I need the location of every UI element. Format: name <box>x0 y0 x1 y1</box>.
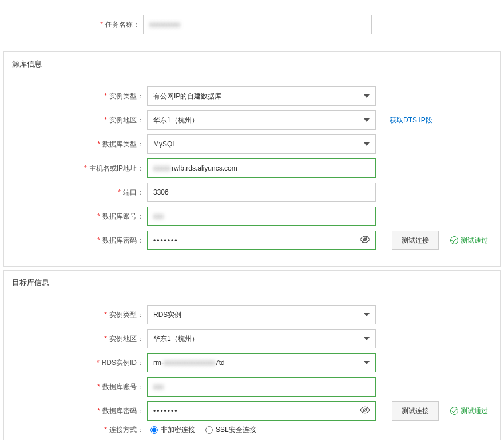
target-region-value: 华东1（杭州） <box>153 334 199 344</box>
source-instance-type-select[interactable]: 有公网IP的自建数据库 <box>147 86 376 106</box>
source-account-input[interactable]: xxx <box>147 207 376 226</box>
conn-mode-radio-group: 非加密连接 SSL安全连接 <box>147 425 256 435</box>
source-test-status: 测试通过 <box>450 236 488 245</box>
caret-down-icon <box>364 142 370 146</box>
task-name-value: xxxxxxxxx <box>149 21 180 29</box>
source-region-value: 华东1（杭州） <box>153 116 199 125</box>
source-port-input[interactable] <box>147 183 376 202</box>
target-section-title: 目标库信息 <box>4 271 500 295</box>
source-host-suffix: rwlb.rds.aliyuncs.com <box>172 164 237 172</box>
target-password-dots: ••••••• <box>153 407 178 415</box>
target-password-label: *数据库密码： <box>4 406 147 416</box>
source-region-row: *实例地区： 华东1（杭州） 获取DTS IP段 <box>4 110 500 130</box>
target-account-value: xxx <box>153 383 164 391</box>
dts-ip-link[interactable]: 获取DTS IP段 <box>390 116 432 125</box>
source-password-label: *数据库密码： <box>4 236 147 245</box>
target-region-label: *实例地区： <box>4 334 147 344</box>
task-name-label: *任务名称： <box>0 20 143 30</box>
source-db-type-label: *数据库类型： <box>4 140 147 149</box>
target-password-input[interactable]: ••••••• <box>147 401 376 421</box>
source-port-label: *端口： <box>4 188 147 197</box>
target-conn-mode-row: *连接方式： 非加密连接 SSL安全连接 <box>4 425 500 435</box>
conn-mode-radio-plain[interactable] <box>150 426 158 434</box>
source-account-row: *数据库账号： xxx <box>4 207 500 226</box>
target-conn-mode-label: *连接方式： <box>4 425 147 435</box>
target-region-row: *实例地区： 华东1（杭州） <box>4 329 500 348</box>
check-circle-icon <box>450 407 458 415</box>
caret-down-icon <box>364 337 370 340</box>
caret-down-icon <box>364 94 370 98</box>
caret-down-icon <box>364 118 370 122</box>
source-password-row: *数据库密码： ••••••• 测试连接 测试通过 <box>4 231 500 250</box>
source-instance-type-row: *实例类型： 有公网IP的自建数据库 <box>4 86 500 106</box>
caret-down-icon <box>364 313 370 316</box>
conn-mode-option-ssl[interactable]: SSL安全连接 <box>205 425 256 435</box>
target-region-select[interactable]: 华东1（杭州） <box>147 329 376 348</box>
target-test-connection-button[interactable]: 测试连接 <box>392 401 439 421</box>
task-name-label-text: 任务名称： <box>105 21 140 29</box>
source-db-type-row: *数据库类型： MySQL <box>4 134 500 154</box>
conn-mode-radio-ssl[interactable] <box>205 426 213 434</box>
target-instance-type-value: RDS实例 <box>153 310 181 320</box>
source-region-label: *实例地区： <box>4 116 147 125</box>
source-section-title: 源库信息 <box>4 52 500 76</box>
source-password-input[interactable]: ••••••• <box>147 231 376 250</box>
source-section: 源库信息 *实例类型： 有公网IP的自建数据库 *实例地区： 华东1（杭州） 获… <box>3 51 501 267</box>
target-rds-id-label: *RDS实例ID： <box>4 358 147 368</box>
target-test-status: 测试通过 <box>450 406 488 416</box>
target-instance-type-row: *实例类型： RDS实例 <box>4 305 500 324</box>
source-test-connection-button[interactable]: 测试连接 <box>392 231 439 250</box>
target-rds-id-select[interactable]: rm-xxxxxxxxxxxxxxx7td <box>147 353 376 372</box>
task-name-input[interactable]: xxxxxxxxx <box>143 15 372 34</box>
source-password-dots: ••••••• <box>153 236 178 244</box>
conn-mode-option-plain[interactable]: 非加密连接 <box>150 425 195 435</box>
target-test-ok-text: 测试通过 <box>461 406 488 416</box>
eye-icon[interactable] <box>360 236 370 245</box>
source-region-select[interactable]: 华东1（杭州） <box>147 110 376 130</box>
check-circle-icon <box>450 236 458 244</box>
conn-mode-opt2-label: SSL安全连接 <box>216 425 256 435</box>
source-test-ok-text: 测试通过 <box>461 236 488 245</box>
source-instance-type-label: *实例类型： <box>4 92 147 101</box>
target-rds-id-value: rm-xxxxxxxxxxxxxxx7td <box>153 359 225 367</box>
source-host-row: *主机名或IP地址： xxxxx rwlb.rds.aliyuncs.com <box>4 158 500 178</box>
source-host-input[interactable]: xxxxx rwlb.rds.aliyuncs.com <box>147 158 376 178</box>
target-instance-type-select[interactable]: RDS实例 <box>147 305 376 324</box>
target-account-row: *数据库账号： xxx <box>4 377 500 397</box>
task-name-row: *任务名称： xxxxxxxxx <box>0 5 504 47</box>
caret-down-icon <box>364 361 370 364</box>
source-instance-type-value: 有公网IP的自建数据库 <box>153 92 221 101</box>
target-section: 目标库信息 *实例类型： RDS实例 *实例地区： 华东1（杭州） *RDS实例… <box>3 270 501 440</box>
source-port-row: *端口： <box>4 183 500 202</box>
target-account-label: *数据库账号： <box>4 382 147 392</box>
target-instance-type-label: *实例类型： <box>4 310 147 320</box>
source-account-label: *数据库账号： <box>4 212 147 221</box>
source-db-type-select[interactable]: MySQL <box>147 134 376 154</box>
eye-icon[interactable] <box>360 406 370 416</box>
source-host-prefix: xxxxx <box>153 164 170 172</box>
conn-mode-opt1-label: 非加密连接 <box>161 425 195 435</box>
svg-line-3 <box>362 407 368 413</box>
source-db-type-value: MySQL <box>153 140 176 148</box>
source-account-value: xxx <box>153 212 164 220</box>
svg-line-1 <box>362 236 368 243</box>
source-host-label: *主机名或IP地址： <box>4 164 147 173</box>
target-password-row: *数据库密码： ••••••• 测试连接 测试通过 <box>4 401 500 421</box>
target-rds-id-row: *RDS实例ID： rm-xxxxxxxxxxxxxxx7td <box>4 353 500 372</box>
target-account-input[interactable]: xxx <box>147 377 376 397</box>
